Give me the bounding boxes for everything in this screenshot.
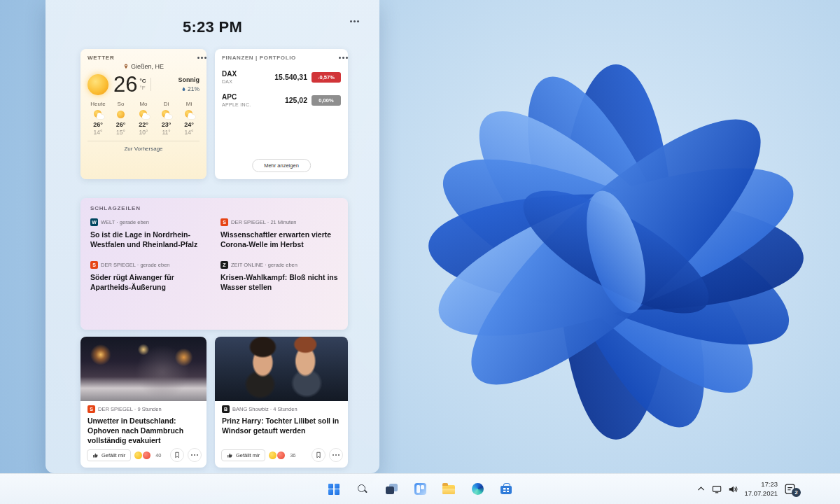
weather-title: WETTER (88, 55, 115, 61)
bookmark-icon (174, 451, 181, 458)
heart-reaction-icon (143, 451, 150, 459)
forecast-day[interactable]: Di 23° 11° (156, 101, 177, 136)
headline-meta: WELT · gerade eben (101, 219, 149, 225)
sun-cloud-icon (139, 109, 149, 120)
finance-title: FINANZEN | PORTFOLIO (222, 55, 296, 61)
news-card-royals[interactable]: B BANG Showbiz · 4 Stunden Prinz Harry: … (215, 337, 348, 468)
start-button[interactable] (323, 478, 345, 500)
laugh-reaction-icon (134, 451, 142, 459)
sun-cloud-icon (161, 109, 172, 120)
reaction-count: 40 (155, 452, 161, 458)
headlines-widget[interactable]: SCHLAGZEILEN W WELT · gerade eben So ist… (80, 198, 348, 330)
tray-display-button[interactable] (712, 484, 722, 494)
thumbs-up-icon (92, 452, 99, 458)
task-view-icon (386, 484, 398, 494)
card-title: Prinz Harry: Tochter Lilibet soll in Win… (222, 416, 341, 435)
tray-clock[interactable]: 17:23 17.07.2021 (744, 480, 778, 498)
widgets-icon (414, 483, 426, 495)
weather-widget[interactable]: WETTER Gießen, HE 26 °C °F (80, 49, 206, 179)
forecast-day[interactable]: Mo 22° 10° (133, 101, 154, 136)
heart-reaction-icon (277, 451, 285, 459)
finance-more-icon[interactable] (339, 57, 341, 59)
windows-logo-icon (328, 484, 340, 495)
news-image-harry-meghan (215, 337, 348, 401)
task-view-button[interactable] (380, 478, 402, 500)
unit-celsius[interactable]: °C (139, 78, 146, 84)
laugh-reaction-icon (269, 451, 276, 459)
show-more-button[interactable]: Mehr anzeigen (252, 159, 311, 172)
more-horizontal-icon (332, 454, 335, 456)
finance-widget[interactable]: FINANZEN | PORTFOLIO DAX DAX 15.540,31 -… (215, 49, 348, 179)
chevron-up-icon (696, 484, 706, 493)
stock-row-dax[interactable]: DAX DAX 15.540,31 -0,57% (222, 70, 341, 84)
volume-icon (728, 484, 738, 494)
widgets-button[interactable] (409, 478, 431, 500)
forecast-day[interactable]: Heute 26° 14° (88, 101, 108, 136)
news-card-flood[interactable]: S DER SPIEGEL · 9 Stunden Unwetter in De… (80, 337, 206, 468)
weather-more-icon[interactable] (197, 57, 200, 59)
search-button[interactable] (351, 478, 374, 500)
stock-row-apple[interactable]: APC APPLE INC. 125,02 0,00% (222, 93, 341, 107)
tray-time: 17:23 (744, 480, 778, 489)
tray-chevron-up-button[interactable] (696, 484, 706, 493)
headline-item[interactable]: W WELT · gerade eben So ist die Lage in … (90, 218, 208, 250)
tray-date: 17.07.2021 (744, 489, 778, 498)
weather-location-row[interactable]: Gießen, HE (88, 63, 200, 70)
panel-content: WETTER Gießen, HE 26 °C °F (80, 49, 348, 468)
top-widgets-row: WETTER Gießen, HE 26 °C °F (80, 49, 348, 179)
search-icon (357, 484, 368, 495)
headline-meta: DER SPIEGEL · gerade eben (101, 262, 170, 268)
tray-volume-button[interactable] (728, 484, 738, 494)
panel-more-icon[interactable] (350, 13, 361, 20)
edge-button[interactable] (466, 478, 489, 500)
notification-center-button[interactable]: 2 (784, 483, 799, 496)
headline-meta: ZEIT ONLINE · gerade eben (231, 262, 298, 268)
sun-cloud-icon (93, 109, 104, 120)
headline-item[interactable]: Z ZEIT ONLINE · gerade eben Krisen-Wahlk… (220, 261, 338, 293)
sun-cloud-icon (184, 109, 195, 120)
zeit-logo-icon: Z (220, 261, 228, 269)
headline-text: So ist die Lage in Nordrhein-Westfalen u… (90, 230, 208, 250)
location-pin-icon (123, 63, 129, 70)
card-title: Unwetter in Deutschland: Ophoven nach Da… (88, 416, 200, 446)
card-more-button[interactable] (329, 448, 343, 462)
forecast-row: Heute 26° 14° So 26° 15° Mo 22° (88, 101, 200, 136)
spiegel-logo-icon: S (220, 218, 228, 226)
folder-icon (442, 485, 455, 494)
file-explorer-button[interactable] (438, 478, 460, 500)
change-badge-flat: 0,00% (312, 95, 341, 106)
change-badge-negative: -0,57% (312, 72, 341, 83)
edge-browser-icon (472, 483, 484, 495)
store-button[interactable] (495, 478, 517, 500)
spiegel-logo-icon: S (90, 261, 98, 269)
like-button[interactable]: Gefällt mir (221, 449, 265, 461)
headline-text: Wissenschaftler erwarten vierte Corona-W… (220, 230, 338, 250)
current-temp: 26 (113, 74, 137, 95)
widgets-panel: 5:23 PM WETTER Gießen, HE 26 (46, 0, 379, 473)
unit-fahrenheit[interactable]: °F (139, 85, 146, 91)
droplet-icon (181, 86, 186, 92)
weather-current: 26 °C °F Sonnig 21% (88, 74, 200, 95)
headlines-title: SCHLAGZEILEN (90, 205, 338, 211)
bookmark-icon (315, 451, 322, 458)
weather-forecast-link[interactable]: Zur Vorhersage (88, 141, 200, 152)
display-icon (712, 484, 722, 494)
card-more-button[interactable] (188, 448, 202, 462)
headline-item[interactable]: S DER SPIEGEL · 21 Minuten Wissenschaftl… (220, 218, 338, 250)
microsoft-store-icon (500, 486, 512, 494)
headline-item[interactable]: S DER SPIEGEL · gerade eben Söder rügt A… (90, 261, 208, 293)
taskbar: 17:23 17.07.2021 2 (0, 473, 840, 504)
sun-icon (88, 74, 108, 95)
card-meta: DER SPIEGEL · 9 Stunden (98, 406, 162, 412)
like-button[interactable]: Gefällt mir (87, 449, 131, 461)
forecast-day[interactable]: So 26° 15° (111, 101, 132, 136)
panel-clock: 5:23 PM (46, 18, 379, 36)
more-horizontal-icon (191, 454, 193, 456)
sun-icon (115, 109, 126, 120)
headline-meta: DER SPIEGEL · 21 Minuten (231, 219, 297, 225)
forecast-day[interactable]: Mi 24° 14° (178, 101, 200, 136)
bookmark-button[interactable] (170, 448, 184, 462)
headline-text: Krisen-Wahlkampf: Bloß nicht ins Wasser … (220, 272, 338, 293)
bookmark-button[interactable] (312, 448, 326, 462)
card-meta: BANG Showbiz · 4 Stunden (232, 406, 298, 412)
